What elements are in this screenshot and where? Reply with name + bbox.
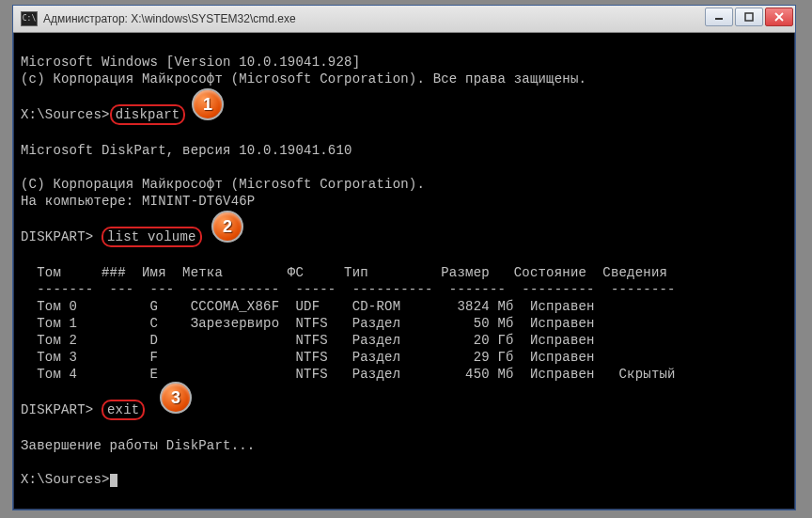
table-row: Том 0 G CCCOMA_X86F UDF CD-ROM 3824 Мб И… [21,299,595,314]
prompt: X:\Sources> [21,107,110,122]
titlebar[interactable]: C:\ Администратор: X:\windows\SYSTEM32\c… [13,6,795,33]
terminal-area[interactable]: Microsoft Windows [Version 10.0.19041.92… [13,33,795,492]
output-line: Завершение работы DiskPart... [21,438,255,453]
output-line: (C) Корпорация Майкрософт (Microsoft Cor… [21,177,425,192]
annotation-badge-2: 2 [211,211,243,243]
table-row: Том 3 F NTFS Раздел 29 Гб Исправен [21,350,595,365]
window-controls [705,8,793,26]
output-line: (c) Корпорация Майкрософт (Microsoft Cor… [21,71,586,86]
highlight-diskpart: diskpart [110,104,186,125]
minimize-button[interactable] [705,8,733,26]
table-row: Том 4 E NTFS Раздел 450 Мб Исправен Скры… [21,367,676,382]
output-line: На компьютере: MININT-DT6V46P [21,194,255,209]
table-row: Том 2 D NTFS Раздел 20 Гб Исправен [21,333,595,348]
window-title: Администратор: X:\windows\SYSTEM32\cmd.e… [43,12,296,25]
annotation-badge-3: 3 [160,382,192,414]
highlight-list-volume: list volume [102,227,202,247]
command-text: diskpart [116,107,180,122]
cmd-window: C:\ Администратор: X:\windows\SYSTEM32\c… [12,5,796,510]
svg-rect-1 [745,13,753,21]
output-line: Microsoft Windows [Version 10.0.19041.92… [21,55,360,70]
app-icon: C:\ [21,11,38,26]
command-text: list volume [107,229,196,244]
prompt: DISKPART> [21,402,102,417]
command-text: exit [107,402,139,417]
maximize-button[interactable] [735,8,763,26]
table-row: Том 1 C Зарезервиро NTFS Раздел 50 Мб Ис… [21,316,595,331]
table-header: Том ### Имя Метка ФС Тип Размер Состояни… [21,265,667,280]
prompt: DISKPART> [21,229,102,244]
cursor [110,474,117,487]
output-line: Microsoft DiskPart, версия 10.0.19041.61… [21,143,352,158]
annotation-badge-1: 1 [192,88,224,120]
close-button[interactable] [765,8,793,26]
table-divider: ------- --- --- ----------- ----- ------… [21,282,676,297]
prompt: X:\Sources> [21,472,110,487]
highlight-exit: exit [102,400,145,420]
